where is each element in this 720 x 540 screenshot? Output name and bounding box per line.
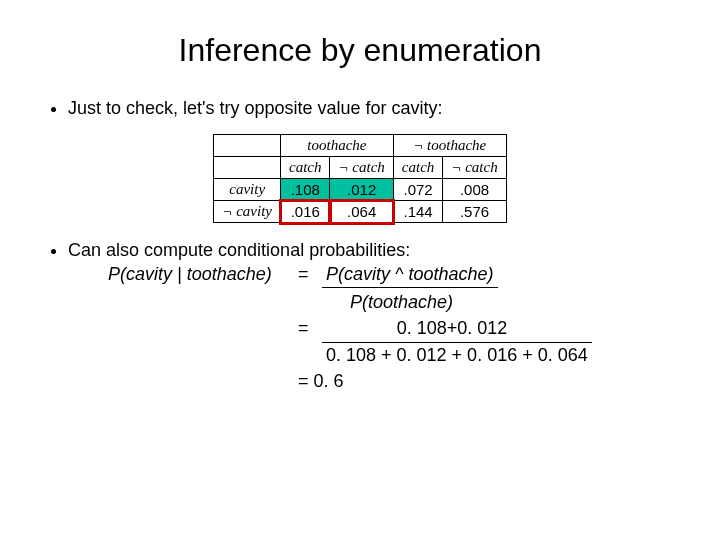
bullet-2-text: Can also compute conditional probabiliti… [68, 240, 410, 260]
table-header-row-2: catch ¬ catch catch ¬ catch [214, 157, 506, 179]
probability-table-wrap: toothache ¬ toothache catch ¬ catch catc… [40, 134, 680, 223]
header-not-toothache: ¬ toothache [393, 135, 506, 157]
header-toothache: toothache [281, 135, 394, 157]
slide: Inference by enumeration Just to check, … [0, 0, 720, 540]
eq-equals-1: = [298, 263, 322, 286]
row-label-notcavity: ¬ cavity [214, 201, 281, 223]
eq-equals-2: = [298, 317, 322, 340]
subheader-catch-1: catch [281, 157, 330, 179]
table-header-row-1: toothache ¬ toothache [214, 135, 506, 157]
table-row: cavity .108 .012 .072 .008 [214, 179, 506, 201]
cell-notcavity-tnc: .064 [330, 201, 393, 223]
bullet-list-2: Can also compute conditional probabiliti… [40, 239, 680, 393]
eq-lhs: P(cavity | toothache) [108, 263, 298, 286]
cell-notcavity-tc: .016 [281, 201, 330, 223]
eq-line-2: = 0. 108+0. 012 [108, 317, 680, 340]
cell-cavity-ntc: .072 [393, 179, 442, 201]
eq-rhs1-num: P(cavity ^ toothache) [322, 263, 498, 288]
eq-rhs-1: P(cavity ^ toothache) [322, 263, 498, 288]
eq-line-3: = 0. 6 [108, 370, 680, 393]
eq-result: = 0. 6 [298, 370, 344, 393]
eq-rhs2-num: 0. 108+0. 012 [322, 317, 582, 340]
cell-notcavity-ntc: .144 [393, 201, 442, 223]
cell-cavity-tnc: .012 [330, 179, 393, 201]
bullet-2: Can also compute conditional probabiliti… [68, 239, 680, 393]
slide-title: Inference by enumeration [40, 32, 680, 69]
eq-rhs-2: 0. 108+0. 012 [322, 317, 582, 340]
bullet-list: Just to check, let's try opposite value … [40, 97, 680, 120]
subheader-notcatch-1: ¬ catch [330, 157, 393, 179]
eq-rhs1-denom: P(toothache) [346, 290, 457, 314]
eq-rhs2-denom-wrap: 0. 108 + 0. 012 + 0. 016 + 0. 064 [322, 342, 592, 368]
probability-table: toothache ¬ toothache catch ¬ catch catc… [213, 134, 506, 223]
cell-cavity-ntnc: .008 [443, 179, 506, 201]
bullet-1: Just to check, let's try opposite value … [68, 97, 680, 120]
equation-block: P(cavity | toothache) = P(cavity ^ tooth… [68, 263, 680, 394]
header-blank [214, 135, 281, 157]
eq-line-1b: P(toothache) [108, 290, 680, 314]
eq-line-2b: 0. 108 + 0. 012 + 0. 016 + 0. 064 [108, 342, 680, 368]
subheader-catch-2: catch [393, 157, 442, 179]
table-row: ¬ cavity .016 .064 .144 .576 [214, 201, 506, 223]
eq-rhs2-denom: 0. 108 + 0. 012 + 0. 016 + 0. 064 [322, 342, 592, 368]
cell-notcavity-ntnc: .576 [443, 201, 506, 223]
subheader-blank [214, 157, 281, 179]
eq-rhs1-denom-wrap: P(toothache) [346, 290, 457, 314]
row-label-cavity: cavity [214, 179, 281, 201]
subheader-notcatch-2: ¬ catch [443, 157, 506, 179]
cell-cavity-tc: .108 [281, 179, 330, 201]
eq-line-1: P(cavity | toothache) = P(cavity ^ tooth… [108, 263, 680, 288]
